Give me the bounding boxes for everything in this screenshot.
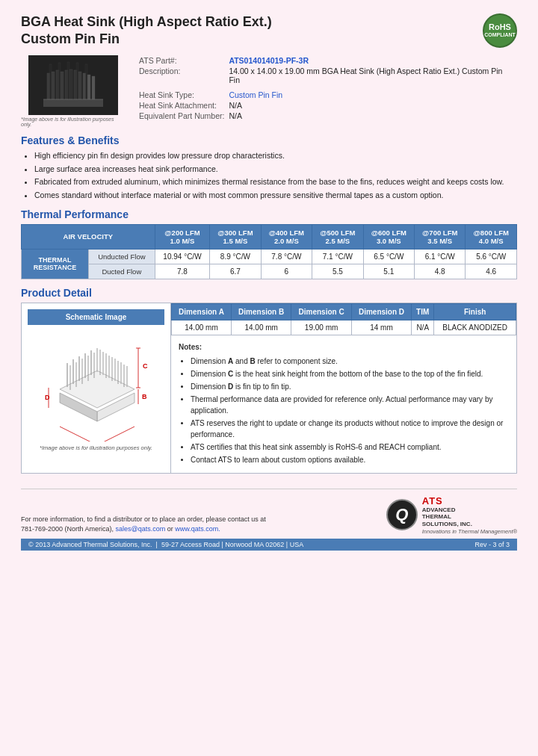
unducted-6: 5.6 °C/W [466, 249, 517, 264]
features-list: High efficiency pin fin design provides … [34, 150, 517, 201]
ducted-3: 5.5 [312, 264, 363, 279]
svg-text:B: B [142, 393, 147, 400]
copyright-bar: © 2013 Advanced Thermal Solutions, Inc. … [21, 539, 517, 551]
note-6: Contact ATS to learn about custom option… [191, 454, 509, 465]
heat-sink-type-label: Heat Sink Type: [139, 90, 229, 100]
copyright-text: © 2013 Advanced Thermal Solutions, Inc. … [28, 541, 303, 548]
attachment-value: N/A [229, 100, 517, 111]
features-heading: Features & Benefits [21, 134, 517, 146]
svg-text:D: D [45, 394, 50, 401]
page-info: Rev - 3 of 3 [474, 541, 510, 548]
note-2: Dimension D is fin tip to fin tip. [191, 381, 509, 392]
ducted-label: Ducted Flow [89, 264, 155, 279]
schematic-cell: Schematic Image [22, 303, 171, 473]
ats-q-icon: Q [386, 499, 418, 530]
col-head-4: @600 LFM 3.0 M/S [363, 224, 414, 249]
product-detail-heading: Product Detail [21, 287, 517, 299]
dim-val-tim: N/A [412, 320, 434, 335]
svg-rect-16 [85, 64, 87, 99]
ducted-5: 4.8 [415, 264, 466, 279]
unducted-5: 6.1 °C/W [415, 249, 466, 264]
dim-val-b: 14.00 mm [231, 320, 291, 335]
schematic-caption: *Image above is for illustration purpose… [40, 444, 152, 451]
svg-line-43 [97, 427, 134, 441]
equivalent-value: N/A [229, 111, 517, 121]
ducted-6: 4.6 [466, 264, 517, 279]
svg-rect-13 [58, 63, 61, 99]
dim-col-a: Dimension A [172, 303, 232, 320]
detail-right: Dimension A Dimension B Dimension C Dime… [171, 303, 516, 473]
unducted-label: Unducted Flow [89, 249, 155, 264]
notes-title: Notes: [179, 341, 509, 353]
air-velocity-header: AIR VELOCITY [22, 224, 155, 249]
unducted-2: 7.8 °C/W [261, 249, 312, 264]
notes-section: Notes: Dimension A and B refer to compon… [171, 335, 516, 473]
ats-text-logo: ATS ADVANCED THERMAL SOLUTIONS, INC. Inn… [422, 495, 517, 535]
unducted-3: 7.1 °C/W [312, 249, 363, 264]
dimensions-table: Dimension A Dimension B Dimension C Dime… [171, 303, 516, 335]
product-image-area: *Image above is for illustration purpose… [21, 55, 126, 127]
ducted-1: 6.7 [210, 264, 261, 279]
svg-rect-0 [43, 99, 103, 107]
schematic-svg: A B C D [34, 329, 159, 441]
dim-val-a: 14.00 mm [172, 320, 232, 335]
note-3: Thermal performance data are provided fo… [191, 394, 509, 416]
heatsink-svg [32, 58, 114, 112]
thermal-heading: Thermal Performance [21, 208, 517, 220]
ducted-2: 6 [261, 264, 312, 279]
dim-col-tim: TIM [412, 303, 434, 320]
header: BGA Heat Sink (High Aspect Ratio Ext.) C… [21, 13, 517, 48]
svg-line-42 [60, 427, 97, 441]
schematic-header: Schematic Image [28, 309, 164, 325]
unducted-4: 6.5 °C/W [363, 249, 414, 264]
ats-part-value: ATS014014019-PF-3R [229, 55, 517, 66]
dim-col-c: Dimension C [291, 303, 351, 320]
description-value: 14.00 x 14.00 x 19.00 mm BGA Heat Sink (… [229, 66, 517, 85]
feature-item-2: Large surface area increases heat sink p… [34, 164, 517, 175]
thermal-table: AIR VELOCITY @200 LFM 1.0 M/S @300 LFM 1… [21, 224, 517, 279]
col-head-6: @800 LFM 4.0 M/S [466, 224, 517, 249]
svg-rect-4 [61, 72, 64, 99]
dim-val-finish: BLACK ANODIZED [434, 320, 516, 335]
heat-sink-type-value: Custom Pin Fin [229, 90, 517, 100]
footer: For more information, to find a distribu… [21, 489, 517, 535]
dim-col-d: Dimension D [351, 303, 411, 320]
rohs-badge: RoHS COMPLIANT [483, 13, 517, 48]
unducted-0: 10.94 °C/W [155, 249, 209, 264]
dim-col-finish: Finish [434, 303, 516, 320]
equivalent-label: Equivalent Part Number: [139, 111, 229, 121]
ducted-0: 7.8 [155, 264, 209, 279]
ats-part-label: ATS Part#: [139, 55, 229, 66]
note-1: Dimension C is the heat sink height from… [191, 368, 509, 379]
svg-rect-8 [78, 72, 81, 99]
page: BGA Heat Sink (High Aspect Ratio Ext.) C… [0, 0, 538, 756]
svg-rect-10 [87, 75, 90, 99]
page-title: BGA Heat Sink (High Aspect Ratio Ext.) C… [21, 13, 272, 47]
title-line1: BGA Heat Sink (High Aspect Ratio Ext.) [21, 13, 272, 31]
svg-rect-6 [69, 69, 72, 99]
product-detail-container: Schematic Image [21, 303, 517, 474]
col-head-3: @500 LFM 2.5 M/S [312, 224, 363, 249]
attachment-label: Heat Sink Attachment: [139, 100, 229, 111]
footer-contact: For more information, to find a distribu… [21, 515, 266, 535]
svg-text:C: C [143, 362, 148, 370]
svg-rect-2 [52, 72, 55, 99]
col-head-0: @200 LFM 1.0 M/S [155, 224, 209, 249]
svg-rect-12 [49, 64, 52, 99]
title-line2: Custom Pin Fin [21, 31, 272, 48]
notes-list: Dimension A and B refer to component siz… [191, 356, 509, 465]
note-5: ATS certifies that this heat sink assemb… [191, 441, 509, 453]
note-0: Dimension A and B refer to component siz… [191, 356, 509, 367]
dim-val-d: 14 mm [351, 320, 411, 335]
svg-rect-15 [76, 63, 78, 99]
feature-item-4: Comes standard without interface materia… [34, 190, 517, 201]
col-head-5: @700 LFM 3.5 M/S [415, 224, 466, 249]
thermal-resistance-label: THERMAL RESISTANCE [22, 249, 89, 279]
col-head-1: @300 LFM 1.5 M/S [210, 224, 261, 249]
footer-logo: Q ATS ADVANCED THERMAL SOLUTIONS, INC. I… [386, 495, 517, 535]
image-caption: *Image above is for illustration purpose… [21, 117, 126, 127]
col-head-2: @400 LFM 2.0 M/S [261, 224, 312, 249]
svg-rect-14 [67, 62, 69, 99]
svg-rect-11 [92, 76, 95, 99]
feature-item-3: Fabricated from extruded aluminum, which… [34, 176, 517, 188]
